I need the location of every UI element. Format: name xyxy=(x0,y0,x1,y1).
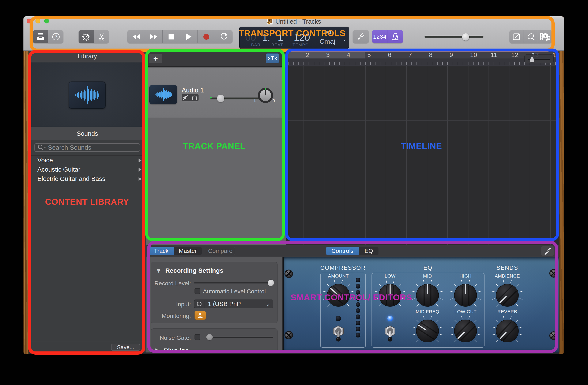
bar-gridline xyxy=(365,66,366,245)
tuner-button[interactable] xyxy=(353,30,369,43)
editors-button[interactable] xyxy=(94,30,109,43)
library-search-field[interactable]: Search Sounds xyxy=(34,143,140,152)
knob-low_cut[interactable] xyxy=(448,313,483,349)
cycle-icon xyxy=(220,33,228,41)
ruler-tick xyxy=(473,62,474,65)
auto-level-checkbox[interactable] xyxy=(194,288,200,294)
master-volume-thumb[interactable] xyxy=(462,33,469,41)
ruler-ticks[interactable] xyxy=(286,59,560,66)
record-level-slider[interactable] xyxy=(194,283,273,284)
ruler-tick xyxy=(339,62,340,65)
ruler-tick xyxy=(458,62,458,65)
record-button[interactable] xyxy=(197,30,215,43)
lcd-chevron-icon[interactable]: ⌄ xyxy=(342,36,347,42)
noise-gate-label: Noise Gate: xyxy=(151,335,191,341)
recording-settings-header[interactable]: ▼ Recording Settings xyxy=(155,267,223,274)
headphones-icon xyxy=(191,95,197,100)
record-level-thumb[interactable] xyxy=(268,280,274,286)
library-item-voice[interactable]: Voice xyxy=(29,156,146,165)
knob-mid[interactable] xyxy=(410,277,445,313)
rewind-button[interactable] xyxy=(127,30,145,43)
library-item-acoustic-guitar[interactable]: Acoustic Guitar xyxy=(29,165,146,174)
knob-ambience[interactable] xyxy=(489,277,525,313)
knob-reverb[interactable] xyxy=(489,313,525,349)
quick-help-button[interactable]: ? xyxy=(48,30,63,43)
ruler-tick xyxy=(478,62,479,65)
knob-high[interactable] xyxy=(448,277,483,313)
visual-eq-button[interactable] xyxy=(541,246,554,256)
noise-gate-thumb[interactable] xyxy=(206,334,213,340)
add-track-button[interactable]: + xyxy=(149,54,162,63)
tab-controls[interactable]: Controls xyxy=(326,247,359,255)
desktop: Untitled - Tracks ? xyxy=(0,0,588,385)
compare-button[interactable]: Compare xyxy=(206,247,235,255)
lcd-tempo-label: TEMPO xyxy=(293,43,309,47)
window-bottom-edge xyxy=(28,352,559,354)
chevron-right-icon xyxy=(138,167,142,172)
play-icon xyxy=(186,33,192,40)
bar-gridline xyxy=(303,66,304,245)
transport-controls xyxy=(127,30,232,43)
tab-track[interactable]: Track xyxy=(149,247,174,255)
plugins-header[interactable]: ▶ Plug-ins xyxy=(155,347,189,352)
ruler-bar-numbers[interactable]: 234567891011121314 xyxy=(286,51,560,59)
ruler-tick xyxy=(386,62,386,65)
zoom-slider[interactable] xyxy=(525,55,554,63)
bar-number: 10 xyxy=(470,51,477,59)
view-toggle-group: ? xyxy=(33,30,63,43)
cycle-button[interactable] xyxy=(215,30,232,43)
recording-settings-area: ▼ Recording Settings Record Level: Autom… xyxy=(146,257,282,352)
lcd-display[interactable]: 00 1. 1 BAR BEAT 120 TEMPO 4/4 Cmaj ⌄ xyxy=(239,27,349,49)
tab-master[interactable]: Master xyxy=(174,247,202,255)
tuning-fork-icon xyxy=(356,32,366,41)
forward-button[interactable] xyxy=(145,30,162,43)
ruler-tick xyxy=(422,62,422,65)
monitoring-button[interactable] xyxy=(194,311,206,320)
master-volume-slider[interactable] xyxy=(424,36,483,38)
ruler-tick xyxy=(309,62,309,65)
lcd-beat-label: BEAT xyxy=(272,43,283,47)
input-dropdown[interactable]: 1 (USB PnP ⌄ xyxy=(194,300,273,308)
ruler-tick xyxy=(298,62,299,65)
knob-mid_freq[interactable] xyxy=(410,313,445,349)
eq-toggle[interactable] xyxy=(383,324,398,343)
library-toggle-button[interactable] xyxy=(33,30,48,43)
metronome-button[interactable] xyxy=(388,30,403,43)
ruler-tick xyxy=(442,62,443,65)
notepad-button[interactable] xyxy=(509,30,524,43)
compressor-meter-led xyxy=(356,333,360,338)
play-button[interactable] xyxy=(180,30,197,43)
media-browser-button[interactable] xyxy=(538,30,552,43)
catch-playhead-button[interactable] xyxy=(266,53,279,63)
loop-browser-button[interactable] xyxy=(524,30,538,43)
window-title: Untitled - Tracks xyxy=(275,18,321,25)
recording-settings-box: ▼ Recording Settings Record Level: Autom… xyxy=(151,262,277,323)
save-button[interactable]: Save... xyxy=(111,344,140,351)
knob-amount[interactable] xyxy=(320,277,356,313)
garageband-window: Untitled - Tracks ? xyxy=(23,16,564,354)
zoom-slider-thumb[interactable] xyxy=(529,56,535,63)
timeline[interactable]: 234567891011121314 xyxy=(286,51,560,245)
ruler-tick xyxy=(401,62,401,65)
library-item-electric-guitar-and-bass[interactable]: Electric Guitar and Bass xyxy=(29,174,146,183)
ruler-tick xyxy=(303,62,304,65)
compressor-toggle[interactable] xyxy=(331,324,346,343)
count-in-button[interactable]: 1234 xyxy=(372,30,388,43)
svg-text:?: ? xyxy=(55,34,57,40)
forward-icon xyxy=(149,34,158,40)
tab-eq[interactable]: EQ xyxy=(359,247,378,255)
compressor-meter-led xyxy=(356,315,360,319)
smart-controls-button[interactable] xyxy=(79,30,94,43)
input-monitor-button[interactable] xyxy=(190,94,199,101)
bar-number: 8 xyxy=(429,51,433,59)
library-drawer-icon xyxy=(36,33,45,41)
noise-gate-checkbox[interactable] xyxy=(194,334,200,340)
mute-button[interactable] xyxy=(182,94,190,101)
pan-knob[interactable] xyxy=(257,87,273,103)
knob-low[interactable] xyxy=(372,277,408,313)
lcd-key: Cmaj xyxy=(319,38,336,45)
track-volume-thumb[interactable] xyxy=(217,95,224,102)
track-name[interactable]: Audio 1 xyxy=(182,86,204,94)
noise-gate-slider[interactable] xyxy=(208,337,273,338)
stop-button[interactable] xyxy=(162,30,180,43)
